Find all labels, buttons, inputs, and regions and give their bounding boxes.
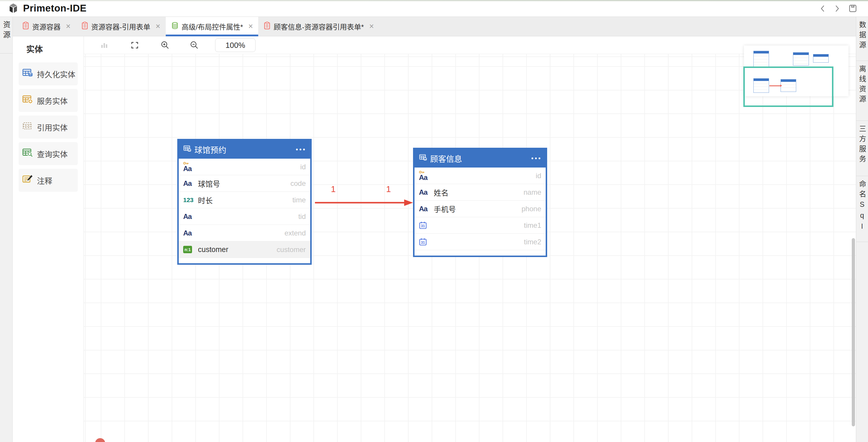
svg-text:31: 31 [421, 241, 425, 245]
relation-arrow[interactable] [311, 195, 415, 210]
app-logo-icon [8, 3, 19, 14]
tab-label: 高级/布局控件属性* [182, 21, 243, 32]
text-field-icon: Aa [183, 229, 194, 236]
vertical-scrollbar-thumb[interactable] [852, 238, 855, 427]
zoom-in-icon[interactable] [161, 41, 169, 51]
palette-item-service-entity[interactable]: 服务实体 [19, 89, 78, 112]
sidebar-tab-offline-resources[interactable]: 离线资源 [856, 61, 868, 121]
palette-title: 实体 [26, 43, 84, 55]
palette-item-reference-entity[interactable]: 引用实体 [19, 116, 78, 138]
sidebar-tab-data-source[interactable]: 数据源 [856, 17, 868, 61]
sidebar-tab-resources-label: 资源 [1, 21, 11, 53]
field-code: customer [277, 246, 306, 254]
window-top-edge [0, 0, 868, 1]
palette-item-query-entity[interactable]: 查询实体 [19, 142, 78, 165]
palette-item-label: 注释 [37, 175, 52, 186]
titlebar: Primeton-IDE [0, 0, 868, 17]
svg-text:31: 31 [421, 224, 425, 228]
palette-item-persistent-entity[interactable]: 持久化实体 [19, 62, 78, 85]
fit-screen-icon[interactable] [131, 41, 138, 50]
entity-more-menu-icon[interactable] [531, 156, 541, 161]
relation-source-cardinality: 1 [331, 184, 336, 194]
diagram-editor: 100% [84, 36, 856, 442]
app-title: Primeton-IDE [23, 3, 87, 14]
relation-n1-icon: n:1 [183, 246, 194, 253]
field-row-time1[interactable]: 31 time1 [414, 217, 546, 234]
field-code: tid [299, 213, 306, 221]
service-entity-icon [23, 95, 33, 106]
palette-item-label: 服务实体 [37, 95, 68, 106]
entity-palette-panel: 实体 持久化实体 [13, 36, 84, 442]
entity-header[interactable]: 顾客信息 [414, 149, 546, 167]
field-name: 手机号 [434, 203, 456, 214]
field-row-name[interactable]: Aa 姓名 name [414, 184, 546, 200]
relation-target-cardinality: 1 [386, 184, 391, 194]
nav-forward-button[interactable] [834, 4, 840, 13]
sidebar-tab-label: 命名Sql [857, 180, 867, 242]
sidebar-tab-named-sql[interactable]: 命名Sql [856, 176, 868, 242]
text-field-icon: Aa [419, 206, 430, 213]
diagram-canvas[interactable]: 球馆预约 Aa id [84, 54, 856, 442]
tab-label: 资源容器 [32, 21, 61, 32]
minimap-entity-thumbnail [813, 54, 829, 63]
field-row-time[interactable]: 123 时长 time [179, 192, 310, 208]
field-row-code[interactable]: Aa 球馆号 code [179, 175, 310, 192]
form-icon [22, 22, 29, 31]
text-field-icon: Aa [419, 189, 430, 196]
entity-header[interactable]: 球馆预约 [179, 140, 310, 159]
field-row-tid[interactable]: Aa tid [179, 208, 310, 225]
tab-close-icon[interactable]: × [369, 23, 374, 30]
outline-chart-icon[interactable] [100, 41, 108, 50]
entity-box-customer-info[interactable]: 顾客信息 Aa id [413, 148, 547, 257]
field-row-extend[interactable]: Aa extend [179, 225, 310, 242]
field-code: time1 [524, 221, 541, 229]
minimap-entity-thumbnail [753, 51, 769, 68]
tab-close-icon[interactable]: × [156, 23, 160, 30]
right-dock-strip: 数据源 离线资源 三方服务 命名Sql [856, 17, 868, 442]
entity-name: 顾客信息 [430, 153, 462, 164]
field-code: time [292, 196, 306, 204]
field-row-id[interactable]: Aa id [179, 159, 310, 175]
query-entity-icon [23, 148, 33, 160]
zoom-out-icon[interactable] [190, 41, 198, 51]
zoom-level-display[interactable]: 100% [215, 38, 255, 52]
palette-item-note[interactable]: 注释 [19, 169, 78, 192]
form-icon [81, 22, 88, 31]
canvas-red-marker[interactable] [95, 438, 105, 442]
field-row-time2[interactable]: 31 time2 [414, 234, 546, 250]
entity-more-menu-icon[interactable] [296, 147, 306, 152]
sidebar-tab-resources[interactable]: 资源 [0, 17, 12, 54]
tab-label: 顾客信息-资源容器引用表单* [274, 21, 364, 32]
persistent-entity-white-icon [419, 154, 427, 163]
tab-resource-container-ref-form[interactable]: 资源容器-引用表单 × [76, 17, 166, 36]
minimap-viewport-rectangle[interactable] [743, 66, 833, 107]
sidebar-tab-third-party-services[interactable]: 三方服务 [856, 121, 868, 176]
field-code: code [290, 179, 306, 188]
entity-database-icon [171, 22, 179, 31]
reference-entity-icon [23, 121, 33, 133]
tab-close-icon[interactable]: × [248, 23, 253, 30]
field-row-customer-relation[interactable]: n:1 customer customer [179, 242, 310, 258]
entity-box-venue-booking[interactable]: 球馆预约 Aa id [177, 139, 312, 265]
tab-close-icon[interactable]: × [66, 23, 71, 30]
nav-back-button[interactable] [819, 4, 826, 13]
date-field-icon: 31 [419, 238, 430, 246]
sidebar-tab-label: 离线资源 [857, 65, 867, 121]
field-name: 时长 [198, 195, 213, 206]
field-code: phone [522, 205, 541, 213]
field-code: name [524, 188, 541, 196]
tab-customer-info-ref-form[interactable]: 顾客信息-资源容器引用表单* × [258, 17, 379, 36]
persistent-entity-icon [23, 68, 33, 80]
ide-window: Primeton-IDE 资源 [0, 0, 868, 442]
field-code: extend [284, 229, 306, 237]
field-row-phone[interactable]: Aa 手机号 phone [414, 200, 546, 217]
field-row-id[interactable]: Aa id [414, 167, 546, 184]
save-button[interactable] [849, 4, 857, 12]
date-field-icon: 31 [419, 221, 430, 229]
tab-resource-container[interactable]: 资源容器 × [17, 17, 76, 36]
tab-advanced-layout-properties[interactable]: 高级/布局控件属性* × [166, 17, 258, 36]
note-icon [23, 175, 33, 186]
text-field-icon: Aa [183, 161, 194, 172]
field-name: 姓名 [434, 187, 448, 198]
minimap-entity-thumbnail [793, 52, 809, 66]
